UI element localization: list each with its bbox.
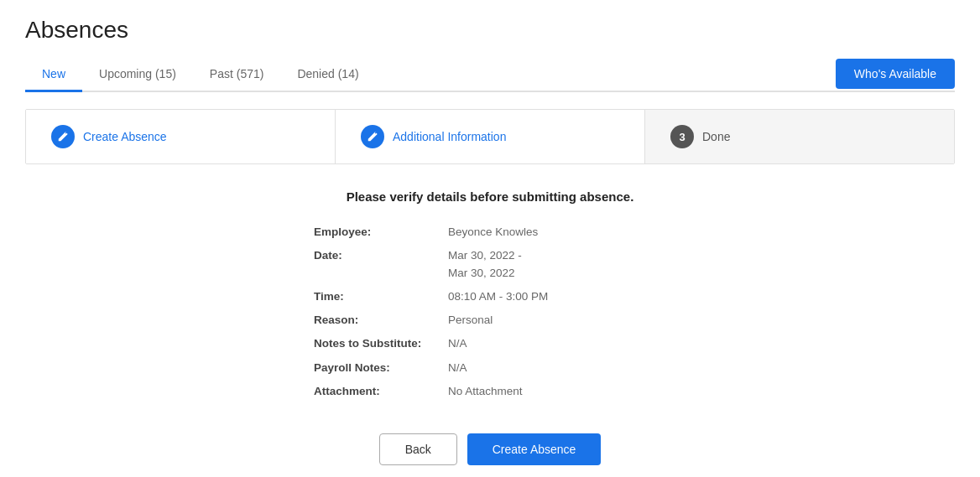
detail-row-date: Date: Mar 30, 2022 - Mar 30, 2022 — [314, 247, 666, 282]
step-1-circle — [51, 125, 75, 148]
label-payroll-notes: Payroll Notes: — [314, 360, 448, 376]
back-button[interactable]: Back — [379, 433, 457, 465]
step-3-circle: 3 — [670, 125, 694, 148]
tab-new[interactable]: New — [25, 57, 82, 91]
tabs-row: New Upcoming (15) Past (571) Denied (14)… — [25, 57, 955, 92]
page-container: Absences New Upcoming (15) Past (571) De… — [0, 0, 980, 477]
step-additional-info: Additional Information — [336, 110, 644, 163]
tab-past[interactable]: Past (571) — [193, 57, 281, 91]
create-absence-button[interactable]: Create Absence — [467, 433, 602, 465]
whos-available-button[interactable]: Who's Available — [836, 59, 955, 89]
detail-row-time: Time: 08:10 AM - 3:00 PM — [314, 288, 666, 305]
label-attachment: Attachment: — [314, 383, 448, 400]
step-1-label: Create Absence — [83, 130, 167, 143]
main-content: Please verify details before submitting … — [25, 181, 955, 477]
step-3-label: Done — [702, 130, 730, 143]
label-employee: Employee: — [314, 224, 448, 241]
detail-row-employee: Employee: Beyonce Knowles — [314, 224, 666, 241]
tabs-left: New Upcoming (15) Past (571) Denied (14) — [25, 57, 836, 91]
value-attachment: No Attachment — [448, 383, 523, 400]
value-employee: Beyonce Knowles — [448, 224, 538, 241]
steps-container: Create Absence Additional Information 3 … — [25, 109, 955, 164]
detail-row-attachment: Attachment: No Attachment — [314, 383, 666, 400]
detail-row-payroll-notes: Payroll Notes: N/A — [314, 360, 666, 376]
label-time: Time: — [314, 288, 448, 305]
detail-row-reason: Reason: Personal — [314, 312, 666, 329]
page-title: Absences — [25, 17, 955, 44]
value-payroll-notes: N/A — [448, 360, 467, 376]
value-date: Mar 30, 2022 - Mar 30, 2022 — [448, 247, 522, 282]
label-date: Date: — [314, 247, 448, 282]
verify-text: Please verify details before submitting … — [25, 189, 955, 204]
value-notes-substitute: N/A — [448, 335, 467, 352]
step-done: 3 Done — [645, 110, 954, 163]
action-buttons: Back Create Absence — [25, 433, 955, 465]
pencil-icon-1 — [57, 131, 69, 143]
step-2-circle — [361, 125, 384, 148]
value-time: 08:10 AM - 3:00 PM — [448, 288, 548, 305]
detail-row-notes-substitute: Notes to Substitute: N/A — [314, 335, 666, 352]
tab-upcoming[interactable]: Upcoming (15) — [82, 57, 193, 91]
step-create-absence: Create Absence — [26, 110, 335, 163]
label-reason: Reason: — [314, 312, 448, 329]
step-2-label: Additional Information — [393, 130, 506, 143]
tab-denied[interactable]: Denied (14) — [280, 57, 375, 91]
label-notes-substitute: Notes to Substitute: — [314, 335, 448, 352]
details-table: Employee: Beyonce Knowles Date: Mar 30, … — [314, 224, 666, 400]
value-reason: Personal — [448, 312, 493, 329]
pencil-icon-2 — [367, 131, 378, 143]
